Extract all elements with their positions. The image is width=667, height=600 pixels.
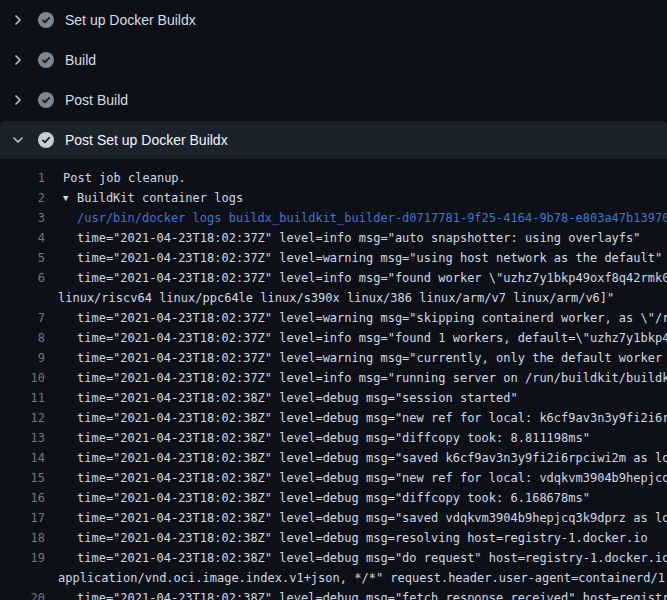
log-text: time="2021-04-23T18:02:37Z" level=info m…: [45, 368, 667, 388]
line-number[interactable]: 7: [0, 308, 45, 328]
log-line: 6time="2021-04-23T18:02:37Z" level=info …: [0, 268, 667, 288]
line-number[interactable]: 16: [0, 488, 45, 508]
log-line: 5time="2021-04-23T18:02:37Z" level=warni…: [0, 248, 667, 268]
log-viewer: 1Post job cleanup.2▼BuildKit container l…: [0, 159, 667, 600]
log-text: time="2021-04-23T18:02:37Z" level=info m…: [45, 228, 641, 248]
log-line: 15time="2021-04-23T18:02:38Z" level=debu…: [0, 468, 667, 488]
steps-list: Set up Docker Buildx Build Post Build Po…: [0, 0, 667, 159]
check-circle-icon: [38, 52, 54, 68]
line-number[interactable]: 14: [0, 448, 45, 468]
log-line: 11time="2021-04-23T18:02:38Z" level=debu…: [0, 388, 667, 408]
log-text: time="2021-04-23T18:02:38Z" level=debug …: [45, 488, 590, 508]
log-line: 14time="2021-04-23T18:02:38Z" level=debu…: [0, 448, 667, 468]
log-text: time="2021-04-23T18:02:38Z" level=debug …: [45, 428, 590, 448]
log-text: time="2021-04-23T18:02:38Z" level=debug …: [45, 528, 648, 548]
line-number[interactable]: 6: [0, 268, 45, 288]
log-line: 8time="2021-04-23T18:02:37Z" level=info …: [0, 328, 667, 348]
line-number[interactable]: 2: [0, 188, 45, 208]
chevron-right-icon: [10, 92, 26, 108]
step-label: Post Set up Docker Buildx: [65, 132, 228, 148]
log-line: 7time="2021-04-23T18:02:37Z" level=warni…: [0, 308, 667, 328]
log-line: 18time="2021-04-23T18:02:38Z" level=debu…: [0, 528, 667, 548]
log-line: 13time="2021-04-23T18:02:38Z" level=debu…: [0, 428, 667, 448]
line-number[interactable]: 17: [0, 508, 45, 528]
log-text: time="2021-04-23T18:02:38Z" level=debug …: [45, 508, 667, 528]
log-line: 3/usr/bin/docker logs buildx_buildkit_bu…: [0, 208, 667, 228]
step-row-build[interactable]: Build: [0, 40, 667, 80]
step-label: Post Build: [65, 92, 128, 108]
line-number[interactable]: 10: [0, 368, 45, 388]
chevron-right-icon: [10, 52, 26, 68]
step-row-post-set-up-docker-buildx[interactable]: Post Set up Docker Buildx: [0, 121, 667, 159]
log-text: time="2021-04-23T18:02:38Z" level=debug …: [45, 408, 667, 428]
line-number[interactable]: 4: [0, 228, 45, 248]
log-line: 9time="2021-04-23T18:02:37Z" level=warni…: [0, 348, 667, 368]
log-line: 1Post job cleanup.: [0, 168, 667, 188]
log-text: time="2021-04-23T18:02:37Z" level=warnin…: [45, 308, 667, 328]
log-text: Post job cleanup.: [45, 168, 186, 188]
line-number[interactable]: 12: [0, 408, 45, 428]
log-text: time="2021-04-23T18:02:37Z" level=info m…: [45, 268, 667, 288]
chevron-down-icon: [10, 132, 26, 148]
log-text: time="2021-04-23T18:02:37Z" level=warnin…: [45, 248, 662, 268]
chevron-right-icon: [10, 12, 26, 28]
line-number[interactable]: 1: [0, 168, 45, 188]
line-number[interactable]: 5: [0, 248, 45, 268]
check-circle-icon: [38, 92, 54, 108]
check-circle-icon: [38, 12, 54, 28]
line-number: [0, 568, 45, 588]
log-text: time="2021-04-23T18:02:38Z" level=debug …: [45, 548, 667, 568]
line-number[interactable]: 8: [0, 328, 45, 348]
group-toggle-triangle-icon[interactable]: ▼: [63, 188, 77, 208]
log-text: time="2021-04-23T18:02:38Z" level=debug …: [45, 448, 667, 468]
log-line: 16time="2021-04-23T18:02:38Z" level=debu…: [0, 488, 667, 508]
log-text: time="2021-04-23T18:02:37Z" level=warnin…: [45, 348, 667, 368]
log-line: 4time="2021-04-23T18:02:37Z" level=info …: [0, 228, 667, 248]
log-line: 12time="2021-04-23T18:02:38Z" level=debu…: [0, 408, 667, 428]
group-title: BuildKit container logs: [77, 191, 243, 205]
check-circle-icon: [38, 132, 54, 148]
log-text: time="2021-04-23T18:02:37Z" level=info m…: [45, 328, 667, 348]
line-number[interactable]: 9: [0, 348, 45, 368]
line-number: [0, 288, 45, 308]
log-line: linux/riscv64 linux/ppc64le linux/s390x …: [0, 288, 667, 308]
step-label: Set up Docker Buildx: [65, 12, 196, 28]
log-command-text: /usr/bin/docker logs buildx_buildkit_bui…: [45, 208, 667, 228]
line-number[interactable]: 18: [0, 528, 45, 548]
log-line: 10time="2021-04-23T18:02:37Z" level=info…: [0, 368, 667, 388]
log-line: 17time="2021-04-23T18:02:38Z" level=debu…: [0, 508, 667, 528]
log-line: 20time="2021-04-23T18:02:38Z" level=debu…: [0, 588, 667, 600]
line-number[interactable]: 11: [0, 388, 45, 408]
step-label: Build: [65, 52, 96, 68]
log-text: application/vnd.oci.image.index.v1+json,…: [45, 568, 667, 588]
log-text: time="2021-04-23T18:02:38Z" level=debug …: [45, 388, 518, 408]
line-number[interactable]: 15: [0, 468, 45, 488]
log-line: 2▼BuildKit container logs: [0, 188, 667, 208]
log-line: application/vnd.oci.image.index.v1+json,…: [0, 568, 667, 588]
log-line: 19time="2021-04-23T18:02:38Z" level=debu…: [0, 548, 667, 568]
line-number[interactable]: 19: [0, 548, 45, 568]
log-text: time="2021-04-23T18:02:38Z" level=debug …: [45, 588, 667, 600]
line-number[interactable]: 13: [0, 428, 45, 448]
log-text: time="2021-04-23T18:02:38Z" level=debug …: [45, 468, 667, 488]
line-number[interactable]: 20: [0, 588, 45, 600]
log-text: ▼BuildKit container logs: [45, 188, 243, 208]
step-row-set-up-docker-buildx[interactable]: Set up Docker Buildx: [0, 0, 667, 40]
log-text: linux/riscv64 linux/ppc64le linux/s390x …: [45, 288, 614, 308]
step-row-post-build[interactable]: Post Build: [0, 80, 667, 120]
line-number[interactable]: 3: [0, 208, 45, 228]
